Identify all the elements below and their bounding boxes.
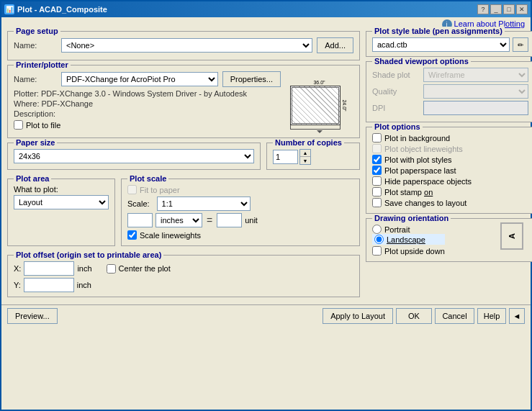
- x-unit-label: inch: [77, 264, 91, 273]
- print-preview-area: 36.0" 24.0": [285, 71, 353, 133]
- copies-down-button[interactable]: ▼: [300, 157, 310, 164]
- page-setup-label: Page setup: [14, 27, 60, 35]
- plot-style-table-group: Plot style table (pen assignments) acad.…: [366, 31, 532, 57]
- where-row: Where: PDF-XChange: [14, 99, 281, 108]
- copies-spinner: ▲ ▼: [299, 149, 311, 165]
- plot-upside-down-checkbox[interactable]: [372, 246, 382, 256]
- nav-back-button[interactable]: ◄: [509, 308, 525, 324]
- plot-scale-group: Plot scale Fit to paper Scale: 1:1: [121, 179, 360, 246]
- plot-in-background-checkbox[interactable]: [372, 133, 382, 143]
- titlebar: 📊 Plot - ACAD_Composite ? _ □ ✕: [1, 1, 531, 17]
- plot-area-label: Plot area: [14, 174, 51, 183]
- y-unit-label: inch: [77, 281, 91, 289]
- quality-select[interactable]: [423, 84, 528, 99]
- close-button[interactable]: ✕: [516, 4, 528, 14]
- plot-offset-group: Plot offset (origin set to printable are…: [7, 255, 360, 297]
- hide-paperspace-objects-checkbox[interactable]: [372, 176, 382, 186]
- help-button[interactable]: Help: [477, 308, 506, 324]
- drawing-orientation-group: Drawing orientation Portrait Landscape: [366, 218, 532, 262]
- plot-options-group: Plot options Plot in background Plot obj…: [366, 127, 532, 214]
- plot-to-file-label: Plot to file: [26, 121, 60, 130]
- portrait-radio[interactable]: [372, 225, 382, 234]
- page-setup-group: Page setup Name: <None> Add...: [7, 31, 360, 60]
- scale-num1-input[interactable]: 1: [127, 213, 153, 227]
- ok-button[interactable]: OK: [396, 308, 432, 324]
- plot-style-table-label: Plot style table (pen assignments): [372, 27, 505, 35]
- page-setup-name-label: Name:: [14, 41, 57, 50]
- apply-to-layout-button[interactable]: Apply to Layout: [323, 308, 393, 324]
- plot-with-plot-styles-label: Plot with plot styles: [384, 155, 452, 164]
- paper-size-select[interactable]: 24x36: [14, 149, 254, 163]
- printer-plotter-group: Printer/plotter Name: PDF-XChange for Ac…: [7, 65, 360, 138]
- scale-select[interactable]: 1:1: [157, 197, 251, 211]
- plot-stamp-on-checkbox[interactable]: [372, 187, 382, 197]
- paper-size-label: Paper size: [14, 138, 57, 147]
- landscape-radio[interactable]: [374, 235, 384, 244]
- maximize-button[interactable]: □: [503, 4, 515, 14]
- copies-up-button[interactable]: ▲: [300, 150, 310, 157]
- plot-paperspace-last-checkbox[interactable]: [372, 166, 382, 175]
- plotter-value-row: Plotter: PDF-XChange 3.0 - Windows Syste…: [14, 89, 281, 98]
- plot-object-lineweights-label: Plot object lineweights: [384, 145, 463, 153]
- help-title-button[interactable]: ?: [477, 4, 489, 14]
- plot-in-background-label: Plot in background: [384, 134, 450, 143]
- landscape-label: Landscape: [387, 235, 425, 244]
- plot-options-label: Plot options: [372, 122, 423, 131]
- what-to-plot-select[interactable]: Layout: [14, 195, 109, 209]
- x-input[interactable]: 0.000000: [24, 261, 74, 276]
- plotter-value: PDF-XChange 3.0 - Windows System Driver …: [41, 89, 247, 98]
- y-input[interactable]: 0.000000: [24, 278, 74, 292]
- properties-button[interactable]: Properties...: [222, 71, 281, 87]
- equal-sign: =: [207, 214, 212, 226]
- plot-paperspace-last-label: Plot paperspace last: [384, 166, 456, 175]
- plotter-label: Plotter:: [14, 89, 39, 98]
- plot-scale-label: Plot scale: [127, 174, 168, 183]
- bottom-bar: Preview... Apply to Layout OK Cancel Hel…: [1, 304, 531, 327]
- plot-style-table-select[interactable]: acad.ctb: [372, 37, 510, 52]
- titlebar-title: Plot - ACAD_Composite: [17, 5, 107, 14]
- plot-object-lineweights-checkbox[interactable]: [372, 144, 382, 153]
- drawing-orientation-label: Drawing orientation: [372, 214, 451, 222]
- fit-to-paper-checkbox[interactable]: [127, 185, 137, 194]
- add-button[interactable]: Add...: [317, 37, 353, 53]
- minimize-button[interactable]: _: [490, 4, 502, 14]
- nav-back-icon: ◄: [513, 312, 521, 320]
- center-plot-checkbox[interactable]: [107, 264, 116, 274]
- cancel-button[interactable]: Cancel: [435, 308, 474, 324]
- what-to-plot-label: What to plot:: [14, 185, 109, 194]
- shade-plot-select[interactable]: Wireframe: [423, 68, 528, 82]
- titlebar-left: 📊 Plot - ACAD_Composite: [4, 4, 107, 14]
- page-setup-name-select[interactable]: <None>: [61, 38, 312, 53]
- scale-lineweights-checkbox[interactable]: [127, 230, 137, 240]
- scale-unit1-select[interactable]: inches: [155, 213, 202, 227]
- printer-name-select[interactable]: PDF-XChange for AcroPiot Pro: [61, 72, 218, 86]
- preview-button[interactable]: Preview...: [7, 308, 58, 324]
- number-of-copies-label: Number of copies: [273, 138, 344, 147]
- copies-input[interactable]: [273, 150, 298, 164]
- fit-to-paper-label: Fit to paper: [140, 186, 180, 194]
- plot-offset-label: Plot offset (origin set to printable are…: [14, 250, 163, 259]
- portrait-label: Portrait: [384, 225, 410, 234]
- plot-upside-down-label: Plot upside down: [384, 247, 445, 256]
- save-changes-to-layout-checkbox[interactable]: [372, 198, 382, 207]
- plot-with-plot-styles-checkbox[interactable]: [372, 155, 382, 164]
- dim-right-label: 24.0": [342, 99, 347, 111]
- quality-label: Quality: [372, 87, 419, 96]
- shade-plot-label: Shade plot: [372, 71, 419, 79]
- shaded-viewport-label: Shaded viewport options: [372, 57, 471, 66]
- plot-style-edit-button[interactable]: ✏: [513, 37, 528, 52]
- description-row: Description:: [14, 109, 281, 118]
- printer-plotter-label: Printer/plotter: [14, 60, 71, 69]
- printer-name-label: Name:: [14, 75, 57, 83]
- dpi-input[interactable]: [423, 101, 528, 115]
- landscape-orientation-icon: A: [500, 222, 523, 250]
- where-value: PDF-XChange: [42, 99, 94, 108]
- description-label: Description:: [14, 109, 55, 118]
- plot-stamp-on-label: Plot stamp on: [384, 188, 433, 197]
- titlebar-buttons: ? _ □ ✕: [477, 4, 528, 14]
- scale-num2-input[interactable]: 1: [217, 213, 242, 227]
- plot-dialog: 📊 Plot - ACAD_Composite ? _ □ ✕ i Learn …: [0, 0, 532, 411]
- dpi-label: DPI: [372, 104, 419, 112]
- plot-to-file-checkbox[interactable]: [14, 120, 23, 130]
- number-of-copies-group: Number of copies ▲ ▼: [266, 143, 360, 170]
